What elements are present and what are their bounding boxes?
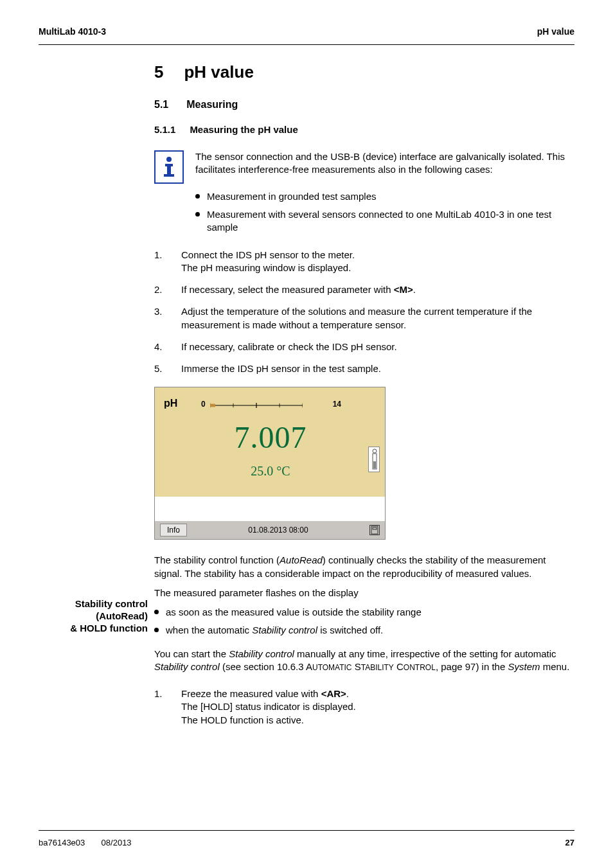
- procedure-step: 1. Connect the IDS pH sensor to the mete…: [154, 249, 574, 275]
- stability-flash-intro: The measured parameter flashes on the di…: [154, 587, 574, 599]
- step-text: If necessary, calibrate or check the IDS…: [181, 341, 574, 353]
- subsection-number: 5.1.1: [154, 123, 175, 136]
- device-spacer: [155, 497, 385, 521]
- stability-bullet-list: as soon as the measured value is outside…: [154, 606, 574, 637]
- info-button[interactable]: Info: [160, 524, 187, 536]
- step-index: 2.: [154, 283, 167, 296]
- device-measurement-panel: pH 0 14 7.007 25.0 °C: [155, 387, 385, 497]
- page-header: MultiLab 4010-3 pH value: [39, 26, 574, 45]
- procedure-step: 3. Adjust the temperature of the solutio…: [154, 305, 574, 332]
- step-index: 1.: [154, 687, 167, 727]
- header-right: pH value: [537, 26, 574, 38]
- ph-label: pH: [164, 396, 177, 411]
- sensor-icon: [368, 447, 380, 472]
- step-text: If necessary, select the measured parame…: [181, 283, 574, 296]
- svg-rect-3: [164, 174, 174, 177]
- step-text: Connect the IDS pH sensor to the meter. …: [181, 249, 574, 275]
- step-index: 5.: [154, 362, 167, 375]
- header-left: MultiLab 4010-3: [39, 26, 106, 38]
- svg-rect-10: [210, 404, 215, 407]
- margin-heading: Stability control (AutoRead) & HOLD func…: [39, 598, 148, 634]
- device-screen: pH 0 14 7.007 25.0 °C: [154, 387, 386, 540]
- page-footer: ba76143e03 08/2013 27: [39, 830, 574, 849]
- chapter-title: pH value: [184, 61, 253, 84]
- section-title: Measuring: [186, 98, 238, 112]
- procedure-step: 1. Freeze the measured value with <AR>. …: [154, 687, 574, 727]
- svg-point-0: [166, 157, 172, 162]
- step-index: 3.: [154, 305, 167, 332]
- info-bullet-item: Measurement in grounded test samples: [195, 190, 574, 203]
- procedure-list: 1. Connect the IDS pH sensor to the mete…: [154, 249, 574, 376]
- stability-paragraph: The stability control function (AutoRead…: [154, 554, 574, 580]
- info-icon: [154, 150, 184, 184]
- step-text: Immerse the IDS pH sensor in the test sa…: [181, 362, 574, 375]
- temperature-value: 25.0 °C: [163, 463, 378, 480]
- svg-point-11: [373, 449, 377, 453]
- page-number: 27: [565, 837, 574, 849]
- svg-rect-15: [373, 527, 377, 529]
- svg-rect-13: [373, 461, 376, 468]
- info-note-text: The sensor connection and the USB-B (dev…: [195, 150, 574, 184]
- ph-measured-value: 7.007: [163, 417, 378, 459]
- page-content: 5 pH value 5.1 Measuring 5.1.1 Measuring…: [154, 61, 574, 727]
- footer-left: ba76143e03 08/2013: [39, 837, 132, 849]
- section-number: 5.1: [154, 98, 168, 112]
- procedure-step: 5. Immerse the IDS pH sensor in the test…: [154, 362, 574, 375]
- subsection-title: Measuring the pH value: [190, 123, 298, 136]
- scale-min: 0: [201, 399, 206, 409]
- ph-scale: 0 14: [201, 399, 330, 412]
- step-text: Freeze the measured value with <AR>. The…: [181, 687, 574, 727]
- device-status-bar: Info 01.08.2013 08:00: [155, 521, 385, 539]
- info-note-row: The sensor connection and the USB-B (dev…: [154, 150, 574, 184]
- subsection-heading: 5.1.1 Measuring the pH value: [154, 123, 574, 136]
- info-bullet-list: Measurement in grounded test samples Mea…: [195, 190, 574, 235]
- stability-bullet-item: when the automatic Stability control is …: [154, 624, 574, 637]
- stability-manual-paragraph: You can start the Stability control manu…: [154, 648, 574, 674]
- device-datetime: 01.08.2013 08:00: [248, 525, 308, 535]
- scale-max: 14: [333, 399, 341, 409]
- step-index: 1.: [154, 249, 167, 275]
- stability-bullet-item: as soon as the measured value is outside…: [154, 606, 574, 619]
- procedure-step: 2. If necessary, select the measured par…: [154, 283, 574, 296]
- step-index: 4.: [154, 341, 167, 353]
- storage-icon: [369, 525, 380, 535]
- procedure-step: 4. If necessary, calibrate or check the …: [154, 341, 574, 353]
- info-bullet-item: Measurement with several sensors connect…: [195, 208, 574, 235]
- chapter-number: 5: [154, 61, 163, 84]
- svg-rect-2: [167, 164, 171, 175]
- chapter-heading: 5 pH value: [154, 61, 574, 84]
- section-heading: 5.1 Measuring: [154, 98, 574, 112]
- hold-procedure-list: 1. Freeze the measured value with <AR>. …: [154, 687, 574, 727]
- device-screenshot: pH 0 14 7.007 25.0 °C: [154, 387, 574, 540]
- step-text: Adjust the temperature of the solutions …: [181, 305, 574, 332]
